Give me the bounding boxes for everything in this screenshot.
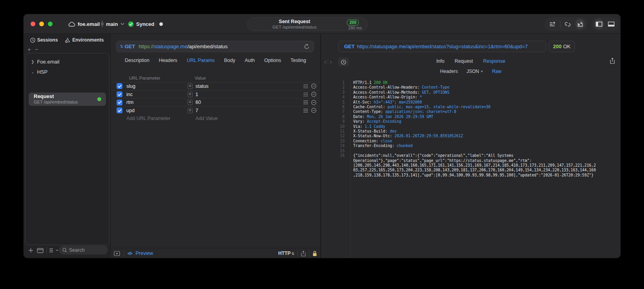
- tab-testing[interactable]: Testing: [290, 58, 306, 63]
- add-request-button[interactable]: [28, 245, 33, 255]
- response-subtab-json[interactable]: JSON▼: [467, 69, 483, 74]
- protocol-selector[interactable]: HTTP⇅: [278, 251, 294, 256]
- response-tab-response[interactable]: Response: [483, 58, 505, 64]
- response-tab-info[interactable]: Info: [436, 58, 445, 64]
- tab-body[interactable]: Body: [224, 58, 235, 63]
- up-down-stepper-icon[interactable]: ⇅: [120, 44, 123, 49]
- param-table: slug=statusinc=1rtm=60upd=7Add URL Param…: [111, 82, 320, 123]
- git-branch-icon: [100, 14, 104, 34]
- list-view-button[interactable]: [49, 245, 58, 255]
- tree-group-foe-email[interactable]: ❯ Foe.email: [31, 59, 59, 65]
- response-status-code: 200: [553, 44, 562, 49]
- preview-button[interactable]: Preview: [135, 251, 153, 256]
- param-checkbox[interactable]: [117, 100, 122, 105]
- tab-description[interactable]: Description: [125, 58, 150, 63]
- sidebar: Sessions Environments +− ❯ Foe.email ⌄ H…: [24, 34, 111, 258]
- sidebar-item-request[interactable]: Request GET /api/embed/status: [29, 93, 106, 106]
- zoom-button[interactable]: [48, 22, 53, 26]
- code-icon[interactable]: </>: [128, 251, 132, 256]
- param-value[interactable]: status: [195, 84, 208, 89]
- param-name[interactable]: rtm: [126, 100, 133, 105]
- close-button[interactable]: [31, 22, 35, 26]
- link-loop-icon[interactable]: [563, 19, 573, 29]
- request-status-pill[interactable]: Sent Request GET /api/embed/status 200 2…: [247, 17, 368, 31]
- param-value[interactable]: 1: [195, 92, 198, 97]
- reorder-icon[interactable]: [303, 100, 308, 104]
- branch-name[interactable]: main: [106, 14, 118, 34]
- code-line: 7Content-Type: application/json; charset…: [321, 109, 620, 114]
- tab-environments[interactable]: Environments: [65, 37, 104, 43]
- request-list-icon[interactable]: [548, 19, 557, 29]
- param-value[interactable]: 7: [195, 108, 198, 113]
- code-line: 10Via: 1.1 Caddy: [321, 124, 620, 129]
- sidebar-tabs: Sessions Environments: [24, 37, 110, 43]
- equals-icon: =: [188, 100, 193, 105]
- tab-sessions[interactable]: Sessions: [30, 37, 58, 43]
- reorder-icon[interactable]: [303, 109, 308, 113]
- add-value-placeholder[interactable]: Add Value: [195, 116, 218, 121]
- response-subtab-raw[interactable]: Raw: [492, 69, 502, 74]
- tab-headers[interactable]: Headers: [159, 58, 177, 63]
- response-status-text: OK: [563, 44, 571, 49]
- code-line: 13Connection: close: [321, 139, 620, 144]
- remove-icon[interactable]: [311, 100, 316, 105]
- param-checkbox[interactable]: [117, 83, 122, 89]
- resend-request-icon[interactable]: [304, 44, 310, 50]
- remove-icon[interactable]: [311, 84, 316, 89]
- remove-icon[interactable]: [311, 92, 316, 97]
- param-row-upd[interactable]: upd=7: [111, 106, 320, 115]
- share-icon[interactable]: [610, 58, 615, 64]
- reorder-icon[interactable]: [303, 84, 308, 88]
- param-checkbox[interactable]: [117, 91, 122, 97]
- remove-icon[interactable]: [311, 108, 316, 113]
- response-subtab-headers[interactable]: Headers: [440, 69, 458, 74]
- response-tab-request[interactable]: Request: [455, 58, 473, 64]
- sidebar-bottom-toolbar: Search: [24, 245, 110, 255]
- lock-icon[interactable]: [312, 251, 317, 256]
- cloud-icon: [68, 14, 75, 34]
- left-sidebar-icon[interactable]: [594, 19, 604, 29]
- tab-sessions-label: Sessions: [37, 37, 58, 43]
- sent-method: GET: [344, 44, 355, 49]
- response-nav: ‹ › InfoRequestResponse: [321, 57, 620, 67]
- minimize-button[interactable]: [39, 22, 44, 26]
- add-session-button[interactable]: +: [27, 46, 35, 53]
- sent-request-url[interactable]: GET https://statuspage.me/api/embed/stat…: [338, 41, 546, 52]
- request-editor-pane: ⇅ GET https://statuspage.me/api/embed/st…: [111, 34, 320, 258]
- new-folder-button[interactable]: [37, 245, 44, 255]
- remove-session-button[interactable]: −: [35, 46, 42, 53]
- param-name[interactable]: inc: [126, 92, 133, 97]
- import-export-icon[interactable]: [575, 19, 585, 29]
- titlebar-actions-group: [545, 17, 588, 31]
- chevron-down-icon: ⌄: [31, 70, 34, 74]
- param-name[interactable]: slug: [126, 84, 135, 89]
- equals-icon: =: [188, 108, 193, 113]
- reorder-icon[interactable]: [303, 93, 308, 96]
- tree-group-hsp[interactable]: ⌄ HSP: [31, 69, 47, 75]
- add-param-placeholder[interactable]: Add URL Parameter: [126, 116, 170, 121]
- chevron-down-icon[interactable]: [120, 14, 124, 34]
- project-name[interactable]: foe.email: [78, 14, 100, 34]
- param-row-slug[interactable]: slug=status: [111, 82, 320, 90]
- method-label[interactable]: GET: [124, 44, 135, 49]
- expand-panel-icon[interactable]: [114, 251, 120, 256]
- share-icon[interactable]: [301, 251, 306, 256]
- search-input[interactable]: Search: [59, 245, 108, 254]
- url-scheme: https://: [139, 44, 154, 49]
- param-checkbox[interactable]: [117, 107, 122, 113]
- param-row-rtm[interactable]: rtm=60: [111, 98, 320, 106]
- param-name[interactable]: upd: [126, 108, 135, 113]
- layout-toggles-group: [591, 17, 619, 31]
- param-row-inc[interactable]: inc=1: [111, 90, 320, 98]
- param-add-row[interactable]: Add URL ParameterAdd Value: [111, 115, 320, 123]
- app-window: foe.email main Synced Sent Request GET /…: [24, 14, 620, 258]
- tab-options[interactable]: Options: [264, 58, 281, 63]
- param-value[interactable]: 60: [195, 100, 201, 105]
- tab-url-params[interactable]: URL Params: [187, 58, 215, 63]
- bottom-panel-icon[interactable]: [606, 19, 616, 29]
- search-icon: [62, 248, 67, 253]
- titlebar-separator: [156, 21, 156, 27]
- tab-auth[interactable]: Auth: [244, 58, 255, 63]
- url-bar[interactable]: ⇅ GET https://statuspage.me/api/embed/st…: [116, 41, 314, 52]
- response-raw-view[interactable]: 1HTTP/1.1 200 OK2Access-Control-Allow-He…: [321, 80, 620, 258]
